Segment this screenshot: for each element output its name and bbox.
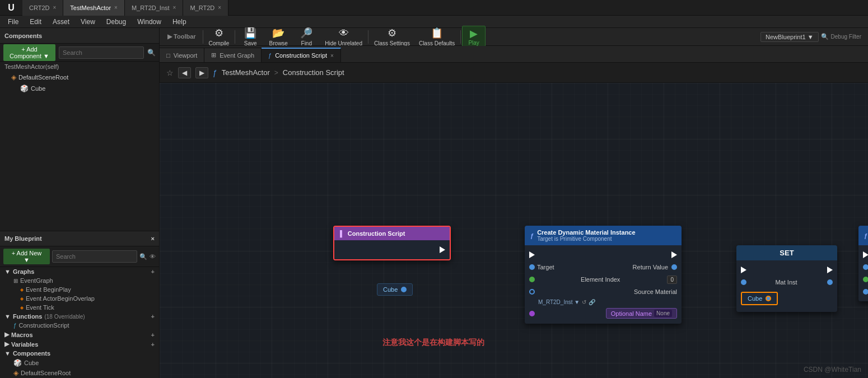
return-label: Return Value (603, 264, 668, 270)
tab-crt2d[interactable]: CRT2D × (22, 0, 63, 16)
macros-section[interactable]: ▶ Macros + (0, 330, 159, 339)
hide-unrelated-button[interactable]: 👁 Hide Unrelated (320, 28, 367, 46)
graphs-section[interactable]: ▼ Graphs + (0, 267, 159, 276)
compile-button[interactable]: ⚙ Compile (204, 28, 234, 46)
bp-components-section[interactable]: ▼ Components (0, 349, 159, 358)
play-icon: ▶ (470, 27, 478, 40)
add-new-button[interactable]: + Add New ▼ (3, 249, 50, 264)
menu-window[interactable]: Window (132, 16, 167, 28)
menu-file[interactable]: File (2, 16, 24, 28)
search-icon: 🔍 (139, 253, 147, 260)
add-graph-button[interactable]: + (151, 268, 155, 275)
save-button[interactable]: 💾 Save (236, 28, 264, 46)
bp-item-eventgraph[interactable]: ⊞ EventGraph (0, 276, 159, 285)
exec-pin-row (858, 249, 868, 261)
bp-item-defaultsceneroot[interactable]: ◈ DefaultSceneRoot (0, 368, 159, 378)
bp-item-beginplay[interactable]: ◆ Event BeginPlay (0, 285, 159, 294)
forward-button[interactable]: ▶ (195, 67, 208, 78)
section-label: Graphs (13, 268, 35, 275)
menu-edit[interactable]: Edit (24, 16, 47, 28)
tab-m-rt2d-inst[interactable]: M_RT2D_Inst × (125, 0, 184, 16)
components-title: Components (4, 32, 42, 39)
add-function-button[interactable]: + (151, 313, 155, 320)
tree-item-label: DefaultSceneRoot (18, 74, 68, 81)
close-icon[interactable]: × (114, 4, 118, 11)
tab-eventgraph[interactable]: ⊞ Event Graph (204, 48, 262, 62)
node-header: ƒ Set Material Target is Primitive Compo… (858, 226, 868, 245)
bp-item-actoroverlap[interactable]: ◆ Event ActorBeginOverlap (0, 294, 159, 303)
element-index-value[interactable]: 0 (667, 276, 677, 284)
expand-icon: ▼ (4, 313, 11, 320)
tab-m-rt2d[interactable]: M_RT2D × (183, 0, 228, 16)
expand-icon: ▼ (4, 350, 11, 357)
menu-view[interactable]: View (75, 16, 101, 28)
debug-filter-sublabel: Debug Filter (831, 34, 866, 40)
reset-icon[interactable]: ↺ (582, 299, 586, 305)
mat-inst-in-pin (741, 279, 746, 285)
element-in-pin (529, 277, 535, 282)
blueprint-search-input[interactable] (52, 250, 137, 263)
variables-section[interactable]: ▶ Variables + (0, 339, 159, 349)
node-title: Construction Script (348, 230, 405, 237)
cube2-node[interactable]: Cube (741, 292, 778, 305)
close-icon[interactable]: × (53, 4, 56, 11)
class-settings-button[interactable]: ⚙ Class Settings (370, 28, 414, 46)
my-blueprint-header: My Blueprint × (0, 231, 159, 246)
play-label: Play (468, 40, 479, 46)
back-button[interactable]: ◀ (178, 67, 191, 78)
blueprint-canvas[interactable]: ▌ Construction Script Cube ƒ Creat (160, 83, 868, 378)
my-blueprint-close[interactable]: × (151, 235, 155, 242)
link-icon[interactable]: 🔗 (589, 299, 595, 305)
tab-viewport[interactable]: □ Viewport (160, 48, 204, 62)
menu-debug[interactable]: Debug (101, 16, 132, 28)
tab-label: TestMeshActor (70, 4, 111, 11)
bp-item-cube[interactable]: 🎲 Cube (0, 358, 159, 368)
construction-script-node[interactable]: ▌ Construction Script (333, 226, 451, 260)
my-blueprint-title: My Blueprint (4, 235, 42, 242)
toolbar-sep (460, 30, 461, 44)
add-variable-button[interactable]: + (151, 341, 155, 348)
tab-label: Event Graph (220, 52, 254, 59)
expand-icon: ▶ (4, 331, 9, 338)
tree-item-cube[interactable]: 🎲 Cube (0, 83, 159, 94)
source-material-row: Source Material (525, 286, 682, 298)
tab-label: Viewport (174, 52, 198, 59)
tree-item-defaultsceneroot[interactable]: ◈ DefaultSceneRoot (0, 72, 159, 83)
components-search-input[interactable] (59, 46, 144, 59)
debug-search-icon[interactable]: 🔍 (819, 33, 831, 40)
exec-out-pin (671, 251, 677, 258)
optional-name-row: Optional Name None (525, 306, 682, 320)
close-icon[interactable]: × (173, 4, 176, 11)
favorite-button[interactable]: ☆ (166, 68, 174, 77)
menu-help[interactable]: Help (167, 16, 192, 28)
add-component-button[interactable]: + Add Component ▼ (3, 44, 55, 61)
func-icon: ƒ (864, 232, 867, 239)
debug-filter[interactable]: NewBlueprint1 ▼ (760, 32, 818, 42)
play-button[interactable]: ▶ Play (462, 26, 485, 48)
save-icon: 💾 (244, 27, 256, 39)
tab-constructionscript[interactable]: ƒ Construction Script × (262, 48, 341, 62)
functions-section[interactable]: ▼ Functions (18 Overridable) + (0, 312, 159, 321)
menu-asset[interactable]: Asset (47, 16, 75, 28)
eye-icon: 👁 (339, 27, 349, 39)
target-label: Target (535, 264, 603, 270)
cube-ref-node[interactable]: Cube (377, 283, 413, 296)
find-button[interactable]: 🔎 Find (292, 28, 320, 46)
set-material-node[interactable]: ƒ Set Material Target is Primitive Compo… (858, 226, 868, 301)
browse-button[interactable]: 📂 Browse (264, 28, 292, 46)
cube-node-body: Cube (377, 283, 413, 296)
close-icon[interactable]: × (218, 4, 221, 11)
eye-icon[interactable]: 👁 (150, 253, 156, 260)
class-defaults-button[interactable]: 📋 Class Defaults (414, 28, 459, 46)
create-dmi-node[interactable]: ƒ Create Dynamic Material Instance Targe… (525, 226, 682, 324)
add-macro-button[interactable]: + (151, 332, 155, 338)
exec-pin-row (334, 244, 450, 256)
tab-testmeshactor[interactable]: TestMeshActor × (63, 0, 125, 16)
section-label: Macros (11, 332, 33, 338)
close-icon[interactable]: × (330, 53, 334, 59)
bp-item-eventtick[interactable]: ◆ Event Tick (0, 303, 159, 312)
node-header: ƒ Create Dynamic Material Instance Targe… (525, 226, 682, 245)
set-node[interactable]: SET Mat Inst Cube (736, 245, 837, 312)
class-defaults-icon: 📋 (431, 27, 443, 39)
bp-item-constructionscript[interactable]: ƒ ConstructionScript (0, 321, 159, 330)
